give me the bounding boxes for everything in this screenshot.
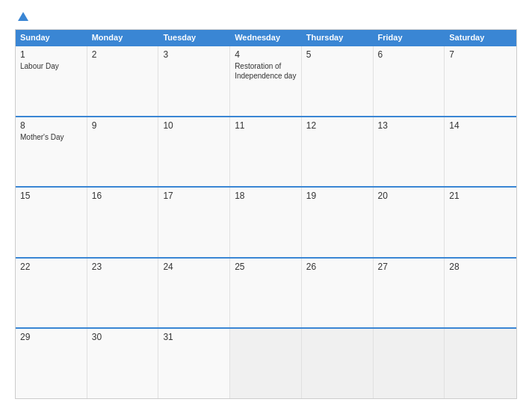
calendar-cell: 25 xyxy=(230,259,302,328)
calendar-cell xyxy=(302,329,374,398)
day-number: 29 xyxy=(20,332,82,342)
day-number: 23 xyxy=(92,262,154,272)
day-number: 8 xyxy=(20,120,82,131)
day-number: 9 xyxy=(92,120,154,131)
day-number: 12 xyxy=(306,120,368,131)
calendar-cell: 9 xyxy=(87,117,159,187)
calendar-cell: 14 xyxy=(445,117,516,187)
calendar-week: 293031 xyxy=(16,327,516,398)
day-number: 16 xyxy=(92,191,154,201)
day-number: 15 xyxy=(20,191,82,201)
calendar-cell: 31 xyxy=(158,329,230,398)
day-number: 31 xyxy=(163,332,225,342)
day-number: 6 xyxy=(378,49,440,60)
calendar-cell: 30 xyxy=(87,329,159,398)
day-of-week-header: Thursday xyxy=(302,30,374,45)
day-of-week-header: Friday xyxy=(374,30,445,45)
calendar-cell xyxy=(230,329,302,398)
calendar-cell: 23 xyxy=(87,259,159,328)
calendar-cell: 10 xyxy=(158,117,230,187)
day-number: 28 xyxy=(449,262,512,272)
calendar-cell: 28 xyxy=(445,259,516,328)
calendar-cell: 20 xyxy=(374,188,445,257)
calendar-cell: 12 xyxy=(302,117,374,187)
day-event: Mother's Day xyxy=(20,132,82,142)
day-event: Restoration of Independence day xyxy=(235,61,297,81)
day-number: 22 xyxy=(20,262,82,272)
day-of-week-header: Monday xyxy=(87,30,159,45)
day-number: 26 xyxy=(306,262,368,272)
day-of-week-header: Tuesday xyxy=(158,30,230,45)
calendar-cell: 27 xyxy=(374,259,445,328)
calendar-cell: 26 xyxy=(302,259,374,328)
day-number: 17 xyxy=(163,191,225,201)
calendar-week: 15161718192021 xyxy=(16,186,516,257)
day-number: 21 xyxy=(449,191,512,201)
calendar-cell: 5 xyxy=(302,46,374,116)
day-event: Labour Day xyxy=(20,61,82,71)
logo-triangle-icon xyxy=(18,12,28,21)
calendar-cell: 6 xyxy=(374,46,445,116)
calendar-cell: 4Restoration of Independence day xyxy=(230,46,302,116)
day-number: 19 xyxy=(306,191,368,201)
calendar-cell xyxy=(445,329,516,398)
day-number: 30 xyxy=(92,332,154,342)
calendar-week: 1Labour Day234Restoration of Independenc… xyxy=(16,45,516,116)
calendar-cell: 3 xyxy=(158,46,230,116)
day-number: 1 xyxy=(20,49,82,60)
calendar-week: 22232425262728 xyxy=(16,257,516,328)
day-number: 20 xyxy=(378,191,440,201)
calendar-cell: 19 xyxy=(302,188,374,257)
calendar-cell: 8Mother's Day xyxy=(16,117,87,187)
day-number: 27 xyxy=(378,262,440,272)
day-number: 2 xyxy=(92,49,154,60)
day-of-week-header: Saturday xyxy=(445,30,516,45)
calendar-cell: 21 xyxy=(445,188,516,257)
day-number: 11 xyxy=(235,120,297,131)
calendar-cell: 11 xyxy=(230,117,302,187)
day-of-week-header: Wednesday xyxy=(230,30,302,45)
day-number: 18 xyxy=(235,191,297,201)
calendar-cell: 24 xyxy=(158,259,230,328)
calendar-cell: 15 xyxy=(16,188,87,257)
calendar-cell: 22 xyxy=(16,259,87,328)
calendar-header-row: SundayMondayTuesdayWednesdayThursdayFrid… xyxy=(16,30,516,45)
calendar-cell: 29 xyxy=(16,329,87,398)
calendar-header xyxy=(15,12,517,22)
day-number: 14 xyxy=(449,120,512,131)
calendar-grid: SundayMondayTuesdayWednesdayThursdayFrid… xyxy=(15,29,517,399)
calendar-cell: 7 xyxy=(445,46,516,116)
page: SundayMondayTuesdayWednesdayThursdayFrid… xyxy=(0,0,532,411)
day-number: 13 xyxy=(378,120,440,131)
calendar-cell: 2 xyxy=(87,46,159,116)
calendar-cell: 13 xyxy=(374,117,445,187)
day-number: 7 xyxy=(449,49,512,60)
calendar-cell: 17 xyxy=(158,188,230,257)
day-number: 10 xyxy=(163,120,225,131)
day-number: 3 xyxy=(163,49,225,60)
calendar-cell xyxy=(374,329,445,398)
logo xyxy=(15,12,28,22)
calendar-body: 1Labour Day234Restoration of Independenc… xyxy=(16,45,516,398)
day-number: 5 xyxy=(306,49,368,60)
day-number: 24 xyxy=(163,262,225,272)
calendar-cell: 16 xyxy=(87,188,159,257)
calendar-cell: 1Labour Day xyxy=(16,46,87,116)
calendar-cell: 18 xyxy=(230,188,302,257)
day-number: 25 xyxy=(235,262,297,272)
calendar-week: 8Mother's Day91011121314 xyxy=(16,116,516,187)
day-number: 4 xyxy=(235,49,297,60)
day-of-week-header: Sunday xyxy=(16,30,87,45)
